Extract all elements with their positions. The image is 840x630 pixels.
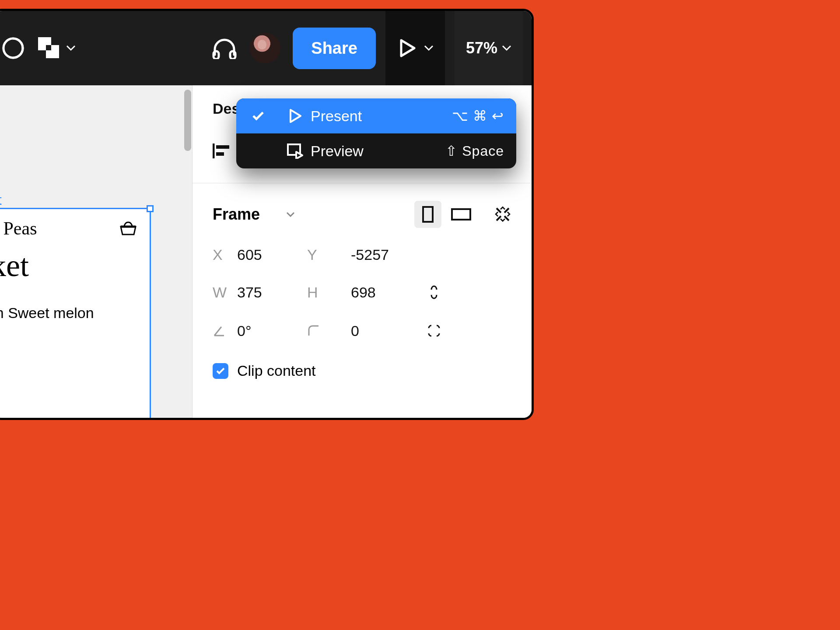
- x-label: X: [213, 246, 237, 263]
- dropdown-item-label: Preview: [311, 143, 445, 160]
- chevron-down-icon: [66, 45, 76, 51]
- dropdown-item-label: Present: [311, 108, 452, 125]
- clip-content-label: Clip content: [237, 362, 316, 379]
- scrollbar-thumb[interactable]: [184, 90, 191, 151]
- portrait-orientation-button[interactable]: [414, 201, 441, 228]
- rotation-icon: [213, 324, 237, 337]
- frame-label[interactable]: sket: [0, 192, 2, 208]
- shape-tools-button[interactable]: [36, 35, 76, 61]
- corner-radius-input[interactable]: 0: [351, 322, 421, 340]
- keyboard-shortcut: ⇧ Space: [445, 143, 504, 159]
- svg-rect-11: [452, 209, 470, 220]
- svg-rect-10: [423, 207, 433, 222]
- app-window: Share 57% sket d Peas: [0, 9, 534, 420]
- zoom-value: 57%: [466, 39, 497, 57]
- zoom-control[interactable]: 57%: [455, 11, 523, 85]
- mock-brand-text: d Peas: [0, 218, 37, 239]
- clip-content-checkbox[interactable]: [213, 363, 228, 379]
- chevron-down-icon[interactable]: [424, 45, 434, 51]
- top-toolbar: Share 57%: [0, 11, 532, 85]
- corner-radius-icon: [307, 324, 351, 337]
- width-input[interactable]: 375: [237, 284, 307, 301]
- play-icon: [280, 108, 311, 124]
- svg-rect-8: [216, 145, 229, 149]
- dropdown-item-preview[interactable]: Preview ⇧ Space: [236, 133, 516, 168]
- height-input[interactable]: 698: [351, 284, 421, 301]
- h-label: H: [307, 284, 351, 301]
- preview-icon: [280, 143, 311, 159]
- share-button[interactable]: Share: [293, 28, 376, 69]
- x-input[interactable]: 605: [237, 246, 307, 263]
- svg-rect-6: [230, 51, 235, 59]
- y-input[interactable]: -5257: [351, 246, 421, 263]
- resize-handle[interactable]: [147, 205, 154, 212]
- y-label: Y: [307, 246, 351, 263]
- keyboard-shortcut: ⌥ ⌘ ↩: [452, 108, 504, 124]
- constrain-proportions-icon[interactable]: [421, 283, 447, 302]
- svg-rect-9: [216, 152, 224, 156]
- mock-list-item: imson Sweet melon .89/lb: [0, 293, 150, 347]
- chevron-down-icon: [502, 45, 511, 51]
- resize-to-fit-icon[interactable]: [481, 206, 511, 223]
- svg-rect-5: [214, 51, 219, 59]
- svg-rect-4: [46, 45, 51, 50]
- chevron-down-icon: [286, 212, 295, 217]
- rotation-input[interactable]: 0°: [237, 322, 307, 340]
- selection-outline[interactable]: d Peas asket imson Sweet melon .89/lb: [0, 208, 151, 418]
- check-icon: [236, 111, 280, 121]
- dropdown-item-present[interactable]: Present ⌥ ⌘ ↩: [236, 98, 516, 133]
- landscape-orientation-button[interactable]: [448, 201, 475, 228]
- dark-mode-icon[interactable]: [2, 37, 24, 59]
- headphones-icon[interactable]: [211, 37, 238, 59]
- present-button[interactable]: [385, 11, 445, 85]
- canvas-pane[interactable]: sket d Peas asket imson Sweet melon .89/…: [0, 85, 192, 418]
- frame-type-dropdown[interactable]: Frame: [213, 205, 260, 224]
- present-dropdown: Present ⌥ ⌘ ↩ Preview ⇧ Space: [236, 98, 516, 168]
- avatar[interactable]: [250, 33, 280, 63]
- independent-corners-icon[interactable]: [421, 321, 447, 340]
- mock-page-title: asket: [0, 243, 150, 293]
- w-label: W: [213, 284, 237, 301]
- basket-icon: [119, 220, 137, 236]
